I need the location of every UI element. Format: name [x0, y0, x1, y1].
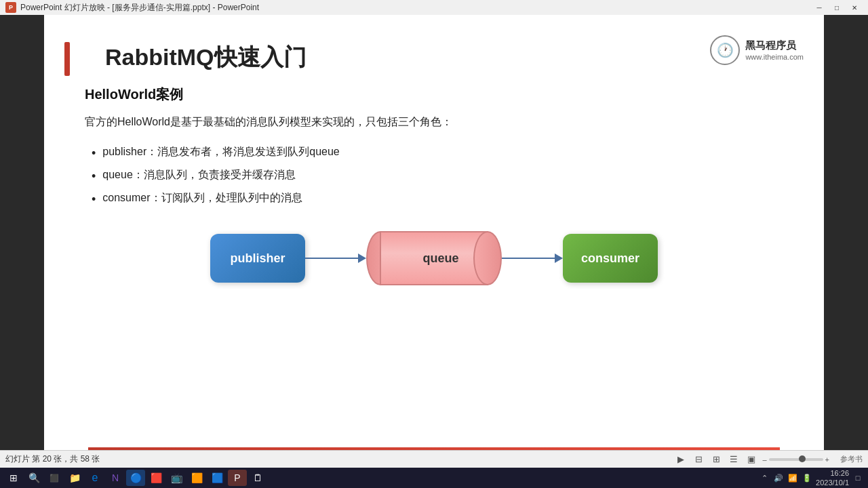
diagram-area: publisher queue consum: [85, 231, 783, 285]
queue-right-ellipse: [473, 231, 502, 285]
publisher-label: publisher: [230, 251, 285, 266]
logo-circle: 🕐: [710, 35, 740, 65]
tray-icon-2[interactable]: 🔊: [772, 472, 785, 484]
slideshow-icon[interactable]: ▶: [674, 453, 688, 466]
tray-icon-1[interactable]: ⌃: [758, 472, 770, 484]
consumer-label: consumer: [581, 251, 639, 266]
normal-view-icon[interactable]: ⊟: [692, 453, 705, 466]
queue-body: queue: [380, 231, 488, 285]
window-controls[interactable]: ─ □ ✕: [811, 2, 863, 13]
ref-label: 参考书: [840, 454, 863, 464]
bullet-item-3: consumer：订阅队列，处理队列中的消息: [92, 188, 783, 211]
publisher-box: publisher: [210, 234, 305, 283]
app4-button[interactable]: 🟧: [187, 470, 206, 486]
zoom-control[interactable]: – +: [762, 455, 829, 464]
zoom-out-icon[interactable]: –: [762, 455, 766, 464]
explorer-button[interactable]: 📁: [65, 470, 84, 486]
bullet-list: publisher：消息发布者，将消息发送到队列queue queue：消息队列…: [92, 142, 783, 211]
system-clock[interactable]: 16:26 2023/10/1: [816, 468, 849, 488]
slide-main-title: RabbitMQ快速入门: [105, 35, 783, 73]
logo-text: 黑马程序员 www.itheima.com: [745, 38, 804, 62]
clock-time: 16:26: [816, 468, 849, 478]
consumer-box: consumer: [563, 234, 658, 283]
powerpoint-icon: P: [5, 2, 16, 13]
arrow-head-2: [555, 253, 563, 263]
notepad-button[interactable]: 🗒: [248, 470, 267, 486]
app3-button[interactable]: 📺: [167, 470, 186, 486]
powerpoint-taskbar-button[interactable]: P: [228, 470, 247, 486]
side-panel-left: [0, 15, 44, 468]
taskbar: ⊞ 🔍 ⬛ 📁 e N 🔵 🟥 📺 🟧 🟦 P 🗒 ⌃ 🔊 📶 🔋 16:26 …: [0, 468, 868, 488]
zoom-in-icon[interactable]: +: [825, 455, 829, 464]
minimize-button[interactable]: ─: [811, 2, 827, 13]
status-bar: 幻灯片 第 20 张，共 58 张 ▶ ⊟ ⊞ ☰ ▣ – + 参考书: [0, 450, 868, 468]
search-button[interactable]: 🔍: [24, 470, 43, 486]
onenote-button[interactable]: N: [106, 470, 125, 486]
clock-icon: 🕐: [717, 42, 734, 58]
bullet-text-1: publisher：消息发布者，将消息发送到队列queue: [102, 142, 339, 162]
arrow-2: [502, 253, 563, 263]
left-accent-bar: [64, 42, 70, 76]
bullet-text-3: consumer：订阅队列，处理队列中的消息: [102, 188, 302, 208]
tray-icon-4[interactable]: 🔋: [801, 472, 813, 484]
slide-sorter-icon[interactable]: ⊞: [709, 453, 723, 466]
queue-label: queue: [422, 251, 458, 266]
slide-inner: 🕐 黑马程序员 www.itheima.com RabbitMQ快速入门 Hel…: [44, 15, 824, 450]
zoom-thumb: [799, 455, 806, 462]
tray-icon-3[interactable]: 📶: [787, 472, 799, 484]
bullet-item-1: publisher：消息发布者，将消息发送到队列queue: [92, 142, 783, 165]
taskbar-left: ⊞ 🔍 ⬛ 📁 e N 🔵 🟥 📺 🟧 🟦 P 🗒: [4, 470, 267, 486]
show-desktop-button[interactable]: □: [852, 472, 864, 484]
arrow-line-1: [305, 258, 358, 259]
maximize-button[interactable]: □: [829, 2, 845, 13]
slide-body-text: 官方的HelloWorld是基于最基础的消息队列模型来实现的，只包括三个角色：: [85, 113, 783, 131]
brand-name: 黑马程序员: [745, 38, 804, 52]
app2-button[interactable]: 🟥: [146, 470, 165, 486]
arrow-1: [305, 253, 366, 263]
title-bar-left: P PowerPoint 幻灯片放映 - [服务异步通信-实用篇.pptx] -…: [5, 2, 259, 14]
taskbar-right: ⌃ 🔊 📶 🔋 16:26 2023/10/1 □: [758, 468, 864, 488]
presenter-view-icon[interactable]: ▣: [745, 453, 758, 466]
slide-section-title: HelloWorld案例: [85, 85, 783, 104]
brand-url: www.itheima.com: [745, 52, 804, 62]
close-button[interactable]: ✕: [846, 2, 863, 13]
arrow-line-2: [502, 258, 555, 259]
arrow-head-1: [358, 253, 366, 263]
title-bar: P PowerPoint 幻灯片放映 - [服务异步通信-实用篇.pptx] -…: [0, 0, 868, 15]
system-tray: ⌃ 🔊 📶 🔋: [758, 472, 813, 484]
bullet-item-2: queue：消息队列，负责接受并缓存消息: [92, 165, 783, 188]
taskview-button[interactable]: ⬛: [45, 470, 64, 486]
app1-button[interactable]: 🔵: [126, 470, 145, 486]
app5-button[interactable]: 🟦: [208, 470, 226, 486]
side-panel-right: [824, 15, 868, 468]
reading-view-icon[interactable]: ☰: [727, 453, 741, 466]
title-bar-text: PowerPoint 幻灯片放映 - [服务异步通信-实用篇.pptx] - P…: [20, 2, 259, 14]
start-button[interactable]: ⊞: [4, 470, 23, 486]
edge-button[interactable]: e: [85, 470, 104, 486]
zoom-slider[interactable]: [769, 458, 823, 461]
slide-count: 幻灯片 第 20 张，共 58 张: [5, 453, 100, 465]
bullet-text-2: queue：消息队列，负责接受并缓存消息: [102, 165, 296, 185]
logo-area: 🕐 黑马程序员 www.itheima.com: [710, 35, 804, 65]
queue-container: queue: [366, 231, 502, 285]
view-controls: ▶ ⊟ ⊞ ☰ ▣ – + 参考书: [674, 453, 863, 466]
slide-container: 🕐 黑马程序员 www.itheima.com RabbitMQ快速入门 Hel…: [44, 15, 824, 450]
clock-date: 2023/10/1: [816, 478, 849, 487]
